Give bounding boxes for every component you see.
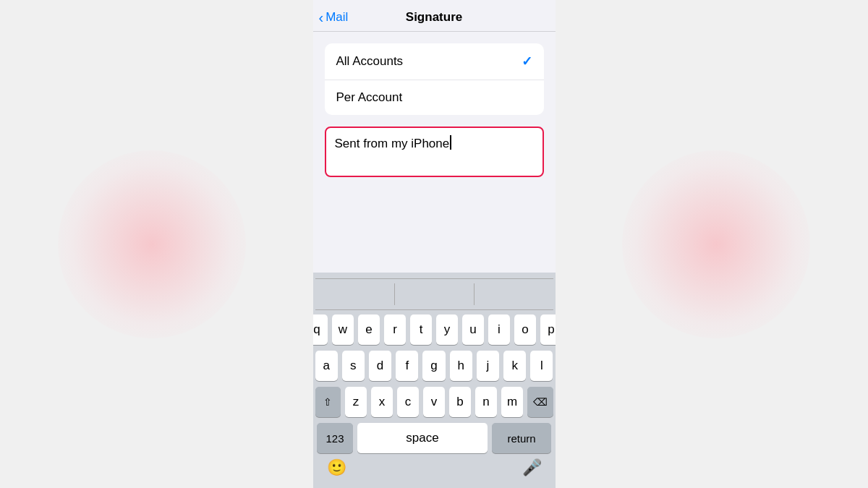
text-cursor — [450, 135, 451, 150]
key-n[interactable]: n — [475, 387, 497, 417]
signature-text: Sent from my iPhone — [335, 135, 450, 153]
key-q[interactable]: q — [313, 314, 328, 345]
back-button[interactable]: ‹ Mail — [319, 10, 349, 25]
signature-container[interactable]: Sent from my iPhone — [325, 127, 544, 177]
bg-blob-right — [622, 150, 810, 338]
key-row-4: 123 space return — [315, 423, 553, 453]
key-a[interactable]: a — [315, 351, 338, 381]
key-t[interactable]: t — [410, 314, 432, 345]
key-w[interactable]: w — [332, 314, 354, 345]
bg-left — [0, 0, 304, 488]
key-h[interactable]: h — [450, 351, 472, 381]
mic-icon[interactable]: 🎤 — [522, 458, 542, 477]
key-p[interactable]: p — [540, 314, 556, 345]
option-per-account-label: Per Account — [336, 90, 403, 105]
key-x[interactable]: x — [371, 387, 393, 417]
account-options-group: All Accounts ✓ Per Account — [325, 43, 544, 115]
key-o[interactable]: o — [514, 314, 536, 345]
key-i[interactable]: i — [488, 314, 510, 345]
key-row-1: q w e r t y u i o p — [315, 314, 553, 345]
suggestion-divider-left — [394, 283, 395, 305]
option-all-accounts[interactable]: All Accounts ✓ — [325, 43, 544, 80]
shift-key[interactable]: ⇧ — [315, 387, 341, 417]
keyboard: q w e r t y u i o p a s d f g h j k — [313, 273, 556, 488]
key-e[interactable]: e — [358, 314, 380, 345]
key-f[interactable]: f — [396, 351, 418, 381]
bg-right — [564, 0, 868, 488]
nav-bar: ‹ Mail Signature — [313, 0, 556, 32]
page-title: Signature — [406, 10, 462, 25]
option-per-account[interactable]: Per Account — [325, 80, 544, 115]
emoji-icon[interactable]: 🙂 — [327, 458, 346, 477]
key-b[interactable]: b — [449, 387, 471, 417]
return-key[interactable]: return — [492, 423, 551, 453]
suggestion-divider-right — [474, 283, 475, 305]
key-row-3: ⇧ z x c v b n m ⌫ — [315, 387, 553, 417]
keyboard-rows: q w e r t y u i o p a s d f g h j k — [315, 314, 553, 453]
back-chevron-icon: ‹ — [319, 10, 324, 25]
keyboard-suggestions-bar — [315, 278, 553, 310]
space-key[interactable]: space — [357, 423, 488, 453]
key-k[interactable]: k — [503, 351, 526, 381]
key-s[interactable]: s — [342, 351, 365, 381]
key-g[interactable]: g — [422, 351, 445, 381]
key-r[interactable]: r — [384, 314, 406, 345]
key-u[interactable]: u — [462, 314, 484, 345]
key-m[interactable]: m — [501, 387, 523, 417]
key-row-2: a s d f g h j k l — [315, 351, 553, 381]
numbers-key[interactable]: 123 — [317, 423, 353, 453]
key-c[interactable]: c — [397, 387, 419, 417]
content-area: All Accounts ✓ Per Account Sent from my … — [313, 32, 556, 273]
signature-input[interactable]: Sent from my iPhone — [335, 135, 534, 153]
key-l[interactable]: l — [530, 351, 553, 381]
phone-frame: ‹ Mail Signature All Accounts ✓ Per Acco… — [313, 0, 556, 488]
key-v[interactable]: v — [423, 387, 445, 417]
bg-blob-left — [58, 150, 246, 338]
delete-key[interactable]: ⌫ — [527, 387, 553, 417]
key-y[interactable]: y — [436, 314, 458, 345]
keyboard-bottom-bar: 🙂 🎤 — [315, 453, 553, 485]
key-z[interactable]: z — [345, 387, 367, 417]
back-label: Mail — [326, 10, 348, 25]
option-all-accounts-label: All Accounts — [336, 54, 404, 69]
key-j[interactable]: j — [477, 351, 499, 381]
checkmark-icon: ✓ — [522, 53, 532, 69]
key-d[interactable]: d — [369, 351, 391, 381]
